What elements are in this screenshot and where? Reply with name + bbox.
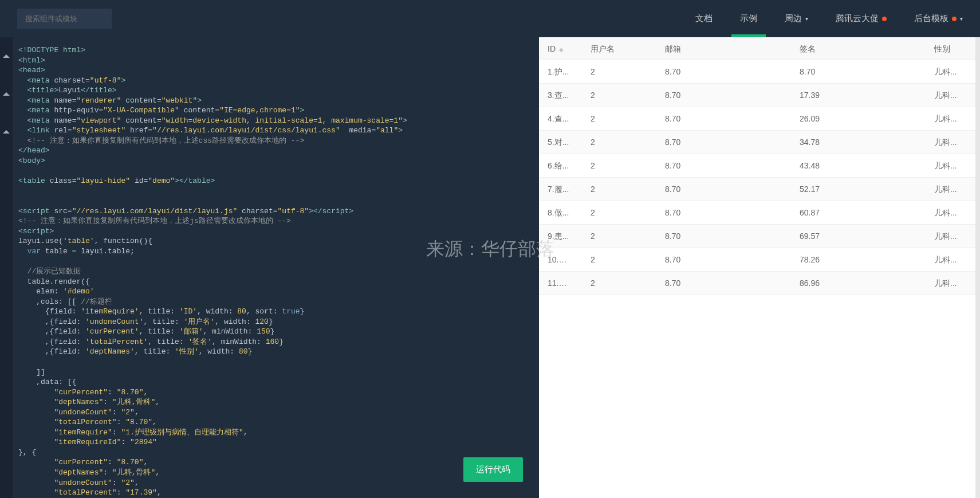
cell-id: 10.协...	[539, 248, 582, 271]
col-gender: 性别	[926, 37, 980, 60]
cell-sign: 60.87	[791, 201, 926, 224]
table-row[interactable]: 4.查...28.7026.09儿科...	[539, 107, 975, 131]
nav-item[interactable]: 周边▾	[785, 0, 808, 37]
cell-user: 2	[582, 178, 656, 201]
code-content: <!DOCTYPE html> <html> <head> <meta char…	[18, 45, 533, 498]
cell-email: 8.70	[656, 178, 791, 201]
cell-user: 2	[582, 84, 656, 107]
table-row[interactable]: 1.护...28.708.70儿科...	[539, 60, 975, 84]
cell-gender: 儿科...	[926, 248, 980, 271]
cell-id: 9.患...	[539, 225, 582, 248]
col-user: 用户名	[582, 37, 656, 60]
table-row[interactable]: 10.协...28.7078.26儿科...	[539, 248, 975, 272]
top-bar: 文档示例周边▾腾讯云大促后台模板▾	[0, 0, 980, 37]
cell-user: 2	[582, 201, 656, 224]
search-input[interactable]	[17, 9, 112, 29]
cell-id: 8.做...	[539, 201, 582, 224]
cell-id: 11.安...	[539, 272, 582, 295]
cell-id: 6.给...	[539, 154, 582, 177]
cell-email: 8.70	[656, 201, 791, 224]
cell-user: 2	[582, 225, 656, 248]
cell-user: 2	[582, 248, 656, 271]
cell-id: 7.履...	[539, 178, 582, 201]
cell-gender: 儿科...	[926, 154, 980, 177]
cell-email: 8.70	[656, 107, 791, 130]
nav-item[interactable]: 腾讯云大促	[836, 0, 887, 37]
cell-gender: 儿科...	[926, 178, 980, 201]
cell-user: 2	[582, 154, 656, 177]
nav-item[interactable]: 后台模板▾	[914, 0, 963, 37]
table-header-row: ID◆ 用户名 邮箱 签名 性别	[539, 37, 975, 60]
nav-item[interactable]: 文档	[695, 0, 713, 37]
cell-sign: 8.70	[791, 60, 926, 83]
cell-sign: 34.78	[791, 131, 926, 154]
code-folding-gutter	[0, 37, 13, 498]
cell-sign: 78.26	[791, 248, 926, 271]
table-row[interactable]: 3.查...28.7017.39儿科...	[539, 84, 975, 107]
fold-toggle-icon[interactable]	[3, 92, 10, 96]
cell-gender: 儿科...	[926, 107, 980, 130]
run-code-button[interactable]: 运行代码	[463, 457, 523, 482]
table-row[interactable]: 8.做...28.7060.87儿科...	[539, 201, 975, 225]
cell-email: 8.70	[656, 272, 791, 295]
col-sign: 签名	[791, 37, 926, 60]
cell-sign: 17.39	[791, 84, 926, 107]
nav-item[interactable]: 示例	[740, 0, 757, 37]
chevron-down-icon: ▾	[960, 15, 963, 22]
table-row[interactable]: 9.患...28.7069.57儿科...	[539, 225, 975, 248]
cell-email: 8.70	[656, 84, 791, 107]
fold-toggle-icon[interactable]	[3, 130, 10, 134]
cell-email: 8.70	[656, 60, 791, 83]
cell-sign: 69.57	[791, 225, 926, 248]
cell-gender: 儿科...	[926, 131, 980, 154]
cell-email: 8.70	[656, 248, 791, 271]
cell-sign: 52.17	[791, 178, 926, 201]
cell-id: 5.对...	[539, 131, 582, 154]
preview-pane: ID◆ 用户名 邮箱 签名 性别 1.护...28.708.70儿科...3.查…	[539, 37, 980, 498]
chevron-down-icon: ▾	[805, 15, 808, 22]
table-row[interactable]: 6.给...28.7043.48儿科...	[539, 154, 975, 178]
col-id[interactable]: ID◆	[539, 37, 582, 60]
cell-gender: 儿科...	[926, 225, 980, 248]
cell-gender: 儿科...	[926, 272, 980, 295]
badge-dot-icon	[952, 17, 957, 21]
cell-user: 2	[582, 131, 656, 154]
cell-id: 1.护...	[539, 60, 582, 83]
col-email: 邮箱	[656, 37, 791, 60]
sort-icon[interactable]: ◆	[559, 38, 564, 60]
cell-email: 8.70	[656, 131, 791, 154]
top-nav: 文档示例周边▾腾讯云大促后台模板▾	[695, 0, 963, 37]
cell-gender: 儿科...	[926, 84, 980, 107]
table-row[interactable]: 11.安...28.7086.96儿科...	[539, 272, 975, 295]
code-editor[interactable]: <!DOCTYPE html> <html> <head> <meta char…	[13, 37, 539, 498]
cell-user: 2	[582, 60, 656, 83]
cell-email: 8.70	[656, 154, 791, 177]
cell-user: 2	[582, 107, 656, 130]
table-row[interactable]: 7.履...28.7052.17儿科...	[539, 178, 975, 201]
cell-gender: 儿科...	[926, 201, 980, 224]
cell-id: 3.查...	[539, 84, 582, 107]
cell-user: 2	[582, 272, 656, 295]
cell-sign: 43.48	[791, 154, 926, 177]
table-row[interactable]: 5.对...28.7034.78儿科...	[539, 131, 975, 154]
cell-gender: 儿科...	[926, 60, 980, 83]
cell-sign: 26.09	[791, 107, 926, 130]
cell-sign: 86.96	[791, 272, 926, 295]
badge-dot-icon	[882, 17, 887, 21]
cell-email: 8.70	[656, 225, 791, 248]
fold-toggle-icon[interactable]	[3, 54, 10, 58]
cell-id: 4.查...	[539, 107, 582, 130]
